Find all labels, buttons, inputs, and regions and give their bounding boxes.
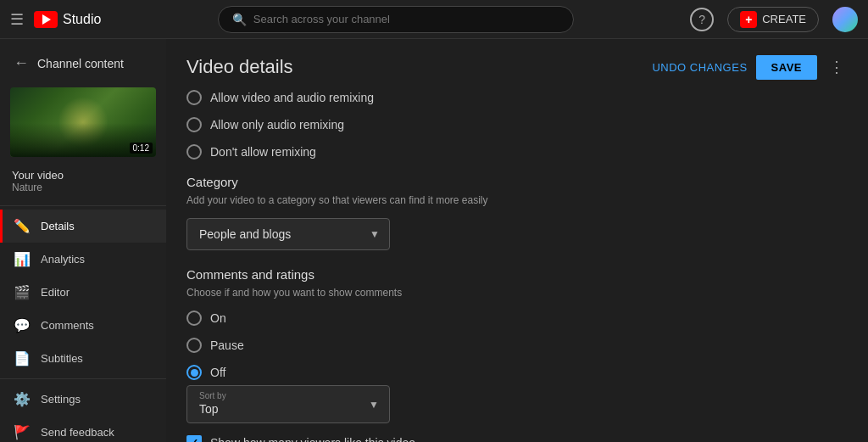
comments-section-subtitle: Choose if and how you want to show comme… bbox=[186, 287, 848, 299]
back-arrow-icon: ← bbox=[14, 54, 29, 72]
create-label: CREATE bbox=[762, 13, 806, 25]
help-icon[interactable]: ? bbox=[690, 8, 714, 31]
comments-on-radio[interactable] bbox=[186, 311, 202, 326]
remix-none-radio[interactable] bbox=[186, 144, 202, 159]
category-section: Category Add your video to a category so… bbox=[186, 175, 848, 250]
hamburger-icon[interactable]: ☰ bbox=[10, 10, 24, 29]
remix-allow-all-radio[interactable] bbox=[186, 90, 202, 105]
sidebar-back-label: Channel content bbox=[37, 57, 124, 70]
sidebar-item-subtitles-label: Subtitles bbox=[41, 352, 83, 365]
remix-audio-only-option[interactable]: Allow only audio remixing bbox=[186, 117, 848, 132]
remixing-radio-group: Allow video and audio remixing Allow onl… bbox=[186, 90, 848, 159]
show-likes-option[interactable]: Show how many viewers like this video bbox=[186, 435, 848, 442]
category-title: Category bbox=[186, 175, 848, 189]
remix-allow-all-option[interactable]: Allow video and audio remixing bbox=[186, 90, 848, 105]
details-header: Video details UNDO CHANGES SAVE ⋮ bbox=[166, 39, 868, 90]
sidebar-item-analytics[interactable]: 📊 Analytics bbox=[0, 243, 166, 276]
video-type: Nature bbox=[12, 182, 154, 193]
search-wrap: 🔍 bbox=[218, 6, 574, 33]
details-icon: ✏️ bbox=[14, 218, 31, 234]
comments-radio-group: On Pause Off bbox=[186, 311, 848, 380]
video-thumbnail: 0:12 bbox=[10, 87, 156, 157]
search-icon: 🔍 bbox=[232, 13, 247, 26]
sort-value: Top bbox=[199, 402, 219, 416]
sidebar-item-details-label: Details bbox=[41, 220, 75, 232]
sidebar-item-subtitles[interactable]: 📄 Subtitles bbox=[0, 342, 166, 375]
show-likes-label: Show how many viewers like this video bbox=[210, 436, 415, 442]
top-navigation: ☰ Studio 🔍 ? + CREATE bbox=[0, 0, 868, 39]
comments-pause-option[interactable]: Pause bbox=[186, 338, 848, 353]
comments-section: Comments and ratings Choose if and how y… bbox=[186, 267, 848, 442]
create-button[interactable]: + CREATE bbox=[727, 7, 819, 32]
undo-changes-button[interactable]: UNDO CHANGES bbox=[652, 61, 747, 74]
studio-label: Studio bbox=[63, 12, 101, 27]
comments-off-radio[interactable] bbox=[186, 365, 202, 380]
sort-dropdown-arrow-icon: ▼ bbox=[369, 399, 379, 411]
editor-icon: 🎬 bbox=[14, 284, 31, 300]
header-actions: UNDO CHANGES SAVE ⋮ bbox=[652, 54, 848, 80]
sidebar-divider-2 bbox=[0, 378, 166, 379]
subtitles-icon: 📄 bbox=[14, 350, 31, 366]
comments-off-option[interactable]: Off bbox=[186, 365, 848, 380]
sidebar-divider bbox=[0, 205, 166, 206]
remix-allow-all-label: Allow video and audio remixing bbox=[210, 91, 374, 104]
analytics-icon: 📊 bbox=[14, 251, 31, 267]
sidebar-item-editor[interactable]: 🎬 Editor bbox=[0, 276, 166, 309]
remixing-section: Allow video and audio remixing Allow onl… bbox=[186, 90, 848, 159]
nav-right: ? + CREATE bbox=[690, 7, 858, 32]
video-duration: 0:12 bbox=[130, 143, 153, 154]
settings-icon: ⚙️ bbox=[14, 391, 31, 407]
sort-dropdown-wrap[interactable]: Sort by Top ▼ bbox=[186, 385, 390, 423]
video-info: Your video Nature bbox=[0, 164, 166, 202]
search-input[interactable] bbox=[253, 13, 559, 25]
category-dropdown[interactable]: People and blogs bbox=[186, 218, 390, 250]
search-bar: 🔍 bbox=[101, 6, 690, 33]
comments-on-option[interactable]: On bbox=[186, 311, 848, 326]
remix-audio-only-radio[interactable] bbox=[186, 117, 202, 132]
more-options-icon[interactable]: ⋮ bbox=[826, 54, 848, 80]
avatar[interactable] bbox=[832, 7, 858, 32]
comments-pause-radio[interactable] bbox=[186, 338, 202, 353]
remix-audio-only-label: Allow only audio remixing bbox=[210, 118, 344, 131]
sidebar-item-settings-label: Settings bbox=[41, 393, 81, 406]
sidebar: ← Channel content 0:12 Your video Nature… bbox=[0, 39, 166, 442]
sidebar-item-editor-label: Editor bbox=[41, 286, 70, 299]
sidebar-item-feedback[interactable]: 🚩 Send feedback bbox=[0, 416, 166, 442]
page-title: Video details bbox=[186, 56, 293, 78]
sidebar-item-analytics-label: Analytics bbox=[41, 253, 85, 266]
content-area: Video details UNDO CHANGES SAVE ⋮ Allow … bbox=[166, 39, 868, 442]
comments-on-label: On bbox=[210, 311, 226, 325]
remix-none-option[interactable]: Don't allow remixing bbox=[186, 144, 848, 159]
sort-by-label: Sort by bbox=[199, 391, 359, 400]
sidebar-item-comments-label: Comments bbox=[41, 319, 94, 332]
youtube-logo-icon bbox=[34, 11, 58, 28]
sidebar-item-details[interactable]: ✏️ Details bbox=[0, 210, 166, 243]
sidebar-back-button[interactable]: ← Channel content bbox=[0, 46, 166, 81]
feedback-icon: 🚩 bbox=[14, 424, 31, 440]
save-button[interactable]: SAVE bbox=[756, 55, 817, 80]
show-likes-checkbox[interactable] bbox=[186, 435, 202, 442]
nav-left: ☰ Studio bbox=[10, 10, 101, 29]
sidebar-item-feedback-label: Send feedback bbox=[41, 426, 114, 439]
comments-section-title: Comments and ratings bbox=[186, 267, 848, 282]
logo-area: Studio bbox=[34, 11, 101, 28]
comments-off-label: Off bbox=[210, 366, 225, 379]
comments-nav-icon: 💬 bbox=[14, 317, 31, 333]
sidebar-item-comments[interactable]: 💬 Comments bbox=[0, 309, 166, 342]
form-content: Allow video and audio remixing Allow onl… bbox=[166, 90, 868, 442]
video-name: Your video bbox=[12, 169, 154, 182]
comments-pause-label: Pause bbox=[210, 338, 244, 352]
category-subtitle: Add your video to a category so that vie… bbox=[186, 194, 848, 206]
create-plus-icon: + bbox=[740, 11, 757, 28]
remix-none-label: Don't allow remixing bbox=[210, 145, 316, 159]
category-dropdown-wrap: People and blogs ▼ bbox=[186, 218, 390, 250]
main-layout: ← Channel content 0:12 Your video Nature… bbox=[0, 39, 868, 442]
sidebar-item-settings[interactable]: ⚙️ Settings bbox=[0, 383, 166, 416]
